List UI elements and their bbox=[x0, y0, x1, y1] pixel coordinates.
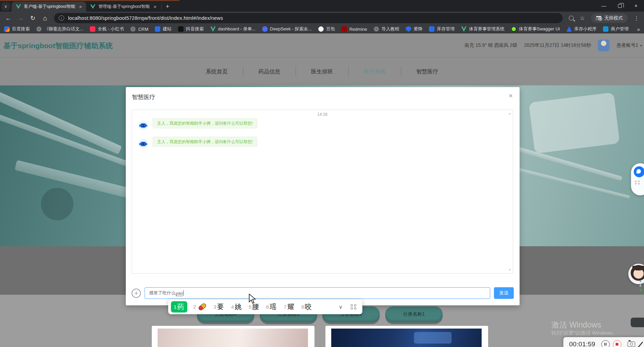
ime-expand-icon[interactable]: ∨ bbox=[336, 304, 345, 310]
shield-icon bbox=[406, 26, 411, 32]
robot-avatar-icon bbox=[138, 139, 148, 149]
news-card[interactable] bbox=[152, 326, 314, 347]
url-text[interactable]: localhost:8080/springboot5728rrqw/front/… bbox=[68, 15, 223, 21]
bookmark-item[interactable]: 爱降 bbox=[406, 26, 422, 32]
baidu-icon bbox=[4, 26, 10, 32]
bookmark-item[interactable]: 库存小程序 bbox=[566, 26, 596, 32]
ime-candidate[interactable]: 3 要 bbox=[214, 302, 224, 311]
browser-side-widget[interactable] bbox=[631, 163, 644, 195]
user-avatar[interactable] bbox=[598, 40, 609, 51]
mini-panel bbox=[631, 318, 644, 327]
stop-button[interactable] bbox=[613, 340, 621, 347]
ime-candidate[interactable]: 5 腰 bbox=[249, 302, 259, 311]
tab-admin[interactable]: 管理端-基于springboot智能医 × bbox=[86, 2, 161, 12]
scroll-up-icon[interactable]: ▲ bbox=[508, 112, 511, 115]
avatar-bangs bbox=[632, 266, 644, 270]
username: 患者账号1 bbox=[616, 42, 638, 48]
grid-app-icon bbox=[429, 26, 434, 32]
site-nav: 系统首页 药品信息 医生排班 医疗资讯 智慧医疗 bbox=[0, 57, 644, 85]
news-card[interactable] bbox=[325, 326, 488, 347]
bookmark-item[interactable]: 体育赛事管理系统 bbox=[461, 26, 505, 32]
bookmark-item[interactable]: 百度搜索 bbox=[4, 26, 30, 32]
bookmark-item[interactable]: 抖音搜索 bbox=[178, 26, 204, 32]
category-button[interactable]: 分类名称1 bbox=[385, 306, 443, 322]
attach-plus-icon[interactable]: + bbox=[132, 289, 141, 298]
site-info-icon[interactable]: i bbox=[59, 15, 64, 21]
globe-icon bbox=[36, 26, 42, 32]
nav-item-news[interactable]: 医疗资讯 bbox=[348, 67, 401, 77]
ime-grid-icon[interactable] bbox=[351, 304, 356, 310]
ime-candidate[interactable]: 4 姚 bbox=[231, 302, 241, 311]
robot-avatar-icon bbox=[138, 120, 148, 130]
bookmark-star-icon[interactable]: ☆ bbox=[580, 15, 585, 22]
swagger-icon bbox=[511, 26, 516, 32]
vue-icon bbox=[461, 26, 467, 32]
user-menu[interactable]: 患者账号1 ▾ bbox=[616, 42, 642, 48]
nav-item-smart[interactable]: 智慧医疗 bbox=[401, 67, 454, 77]
bookmark-item[interactable]: 导入教程 bbox=[374, 26, 399, 32]
chat-panel[interactable]: 14:16 主人，我是您的智能助手小搏，请问有什么可以帮您! bbox=[132, 110, 513, 274]
nav-item-drugs[interactable]: 药品信息 bbox=[243, 67, 296, 77]
back-button[interactable]: ← bbox=[3, 13, 14, 24]
bookmark-item[interactable]: 《聊斋志异白话文... bbox=[36, 26, 83, 32]
activate-windows-subtext: 转到“设置”以激活 Windows。 bbox=[551, 330, 618, 336]
incognito-icon bbox=[596, 16, 602, 20]
incognito-label: 无痕模式 bbox=[604, 15, 623, 21]
home-button[interactable]: ⌂ bbox=[40, 13, 51, 24]
annotate-pencil-button[interactable] bbox=[639, 342, 643, 347]
douyin-icon bbox=[178, 26, 184, 32]
bookmark-item[interactable]: 库存管理 bbox=[429, 26, 455, 32]
send-button[interactable]: 发送 bbox=[494, 287, 514, 299]
tab-close-icon[interactable]: × bbox=[78, 4, 83, 10]
bookmark-item[interactable]: 商户管理 bbox=[603, 26, 629, 32]
bookmark-item[interactable]: 建站 bbox=[155, 26, 172, 32]
tab-client[interactable]: 客户端-基于springboot智能医 × bbox=[12, 2, 86, 12]
window-controls: — × bbox=[596, 0, 644, 12]
screen: ∨ 客户端-基于springboot智能医 × 管理端-基于springboot… bbox=[0, 0, 644, 347]
forward-button[interactable]: → bbox=[15, 13, 26, 24]
pause-button[interactable] bbox=[601, 340, 610, 347]
site-title: 基于springboot智能医疗辅助系统 bbox=[3, 41, 113, 51]
restore-button[interactable] bbox=[612, 0, 628, 12]
mini-program-icon bbox=[566, 26, 572, 32]
zoom-icon[interactable] bbox=[569, 16, 574, 20]
bookmark-item[interactable]: dashboard - 录单... bbox=[210, 26, 256, 32]
text-caret bbox=[183, 290, 184, 296]
tab-search-button[interactable]: ∨ bbox=[1, 2, 10, 11]
nav-item-home[interactable]: 系统首页 bbox=[190, 67, 243, 77]
ime-candidate[interactable]: 2 bbox=[193, 304, 206, 310]
bookmarks-overflow-icon[interactable]: » bbox=[637, 26, 640, 32]
activate-windows-text: 激活 Windows bbox=[551, 320, 601, 330]
bot-message-bubble: 主人，我是您的智能助手小搏，请问有什么可以帮您! bbox=[152, 118, 257, 128]
restore-icon bbox=[618, 4, 622, 8]
ime-candidate[interactable]: 8 咬 bbox=[301, 302, 311, 311]
screenshot-camera-button[interactable] bbox=[628, 342, 635, 347]
package-shape bbox=[529, 92, 620, 153]
vue-icon bbox=[210, 26, 216, 32]
widget-dots-icon bbox=[635, 181, 640, 184]
bookmark-item[interactable]: 全栈 - 小红书 bbox=[90, 26, 124, 32]
address-bar[interactable]: i localhost:8080/springboot5728rrqw/fron… bbox=[54, 13, 563, 23]
nav-item-schedule[interactable]: 医生排班 bbox=[296, 67, 348, 77]
bookmark-item[interactable]: 豆包 bbox=[318, 26, 335, 32]
redmine-icon bbox=[341, 26, 347, 32]
reload-button[interactable]: ↻ bbox=[27, 13, 38, 24]
new-tab-button[interactable]: + bbox=[163, 2, 172, 11]
ime-candidate[interactable]: 7 耀 bbox=[284, 302, 294, 311]
tab-close-icon[interactable]: × bbox=[153, 4, 157, 10]
news-card-image bbox=[331, 329, 482, 347]
bookmark-item[interactable]: CRM bbox=[130, 26, 148, 32]
instrument-shape bbox=[41, 188, 73, 220]
bookmark-item[interactable]: 体育赛事Swagger UI bbox=[511, 26, 560, 32]
ime-candidate[interactable]: 6 瑶 bbox=[266, 302, 277, 311]
ime-candidate[interactable]: 1 药 bbox=[171, 301, 187, 313]
close-icon[interactable]: × bbox=[507, 91, 515, 100]
minimize-button[interactable]: — bbox=[596, 0, 612, 12]
bookmark-item[interactable]: DeepSeek - 探索未... bbox=[262, 26, 312, 32]
globe-icon bbox=[374, 26, 379, 32]
menu-kebab-icon[interactable]: ⋮ bbox=[634, 15, 639, 22]
bookmark-item[interactable]: Redmine bbox=[341, 26, 367, 32]
scroll-down-icon[interactable]: ▼ bbox=[508, 268, 511, 272]
close-window-button[interactable]: × bbox=[628, 0, 644, 12]
chat-input[interactable]: 感冒了吃什么yao bbox=[145, 287, 490, 299]
